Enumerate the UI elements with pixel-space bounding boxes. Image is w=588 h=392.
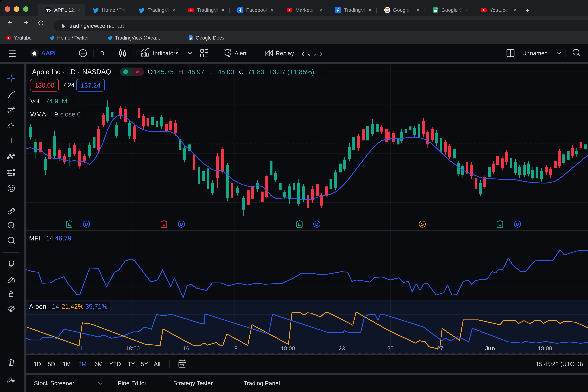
- svg-text:D: D: [100, 50, 104, 56]
- svg-text:Jun: Jun: [485, 345, 495, 352]
- svg-text:23: 23: [339, 345, 345, 352]
- svg-text:O: O: [148, 68, 153, 76]
- svg-text:All: All: [154, 361, 160, 368]
- svg-text:E: E: [498, 222, 501, 227]
- svg-text:Stock Screener: Stock Screener: [34, 380, 74, 386]
- svg-text:D: D: [85, 222, 88, 227]
- svg-text:27: 27: [437, 345, 443, 352]
- svg-text:14: 14: [52, 303, 59, 310]
- svg-text:1Y: 1Y: [128, 361, 135, 368]
- svg-text:7.24: 7.24: [63, 82, 74, 88]
- svg-text:14: 14: [46, 234, 53, 242]
- svg-text:18:00: 18:00: [538, 345, 552, 352]
- svg-text:5Y: 5Y: [141, 361, 148, 368]
- svg-text:close 0: close 0: [60, 110, 81, 118]
- svg-text:E: E: [162, 222, 165, 227]
- svg-text:46,79: 46,79: [55, 234, 71, 242]
- svg-text:Replay: Replay: [276, 50, 294, 56]
- svg-text:18:00: 18:00: [281, 345, 295, 352]
- svg-text:18:00: 18:00: [126, 345, 140, 352]
- svg-text:15:45:22 (UTC+3): 15:45:22 (UTC+3): [536, 361, 583, 368]
- svg-text:145.75: 145.75: [154, 68, 174, 76]
- svg-text:145.97: 145.97: [184, 68, 204, 76]
- svg-text:C: C: [239, 68, 244, 76]
- svg-text:5D: 5D: [48, 361, 55, 368]
- svg-text:6M: 6M: [94, 361, 102, 368]
- svg-text:Pine Editor: Pine Editor: [118, 380, 146, 386]
- svg-text:Unnamed: Unnamed: [522, 50, 548, 56]
- svg-text:Alert: Alert: [234, 50, 247, 56]
- svg-text:11: 11: [77, 345, 83, 352]
- svg-text:S: S: [421, 222, 424, 227]
- svg-text:·: ·: [50, 112, 52, 118]
- svg-text:16: 16: [183, 345, 189, 352]
- svg-text:D: D: [516, 222, 519, 227]
- svg-text:·: ·: [62, 68, 64, 76]
- svg-text:Strategy Tester: Strategy Tester: [173, 380, 213, 386]
- svg-text:Aroon: Aroon: [29, 303, 46, 310]
- svg-text:18: 18: [231, 345, 237, 352]
- svg-text:·: ·: [42, 236, 44, 242]
- svg-text:25: 25: [387, 345, 394, 352]
- svg-text:Apple Inc: Apple Inc: [32, 68, 60, 76]
- svg-text:74.92M: 74.92M: [46, 98, 67, 105]
- svg-text:L: L: [209, 68, 213, 76]
- svg-text:Vol: Vol: [30, 98, 39, 105]
- svg-text:·: ·: [48, 304, 50, 310]
- svg-text:·: ·: [78, 68, 80, 76]
- svg-text:H: H: [178, 68, 183, 76]
- svg-text:137.24: 137.24: [81, 82, 100, 89]
- svg-text:+3.17 (+1.85%): +3.17 (+1.85%): [269, 68, 314, 76]
- svg-text:D: D: [180, 222, 183, 227]
- svg-text:9: 9: [54, 110, 58, 118]
- svg-text:AAPL: AAPL: [41, 50, 58, 56]
- svg-text:1D: 1D: [67, 68, 76, 76]
- svg-text:D: D: [315, 222, 318, 227]
- svg-text:130.00: 130.00: [34, 82, 54, 89]
- svg-text:WMA: WMA: [30, 110, 46, 118]
- svg-text:YTD: YTD: [109, 361, 121, 368]
- svg-text:145.00: 145.00: [214, 68, 234, 76]
- svg-text:1D: 1D: [34, 361, 41, 368]
- svg-text:Trading Panel: Trading Panel: [244, 380, 280, 386]
- svg-text:≈: ≈: [136, 68, 140, 76]
- svg-text:21.42%: 21.42%: [62, 303, 84, 310]
- svg-text:E: E: [68, 222, 71, 227]
- svg-text:3M: 3M: [78, 361, 86, 368]
- svg-text:Indicators: Indicators: [153, 50, 178, 56]
- svg-text:T: T: [9, 136, 13, 144]
- svg-text:NASDAQ: NASDAQ: [82, 68, 111, 76]
- svg-text:1M: 1M: [62, 361, 71, 368]
- svg-text:E: E: [298, 222, 301, 227]
- svg-text:MFI: MFI: [29, 234, 40, 242]
- svg-text:171.83: 171.83: [244, 68, 264, 76]
- svg-text:35,71%: 35,71%: [85, 303, 107, 310]
